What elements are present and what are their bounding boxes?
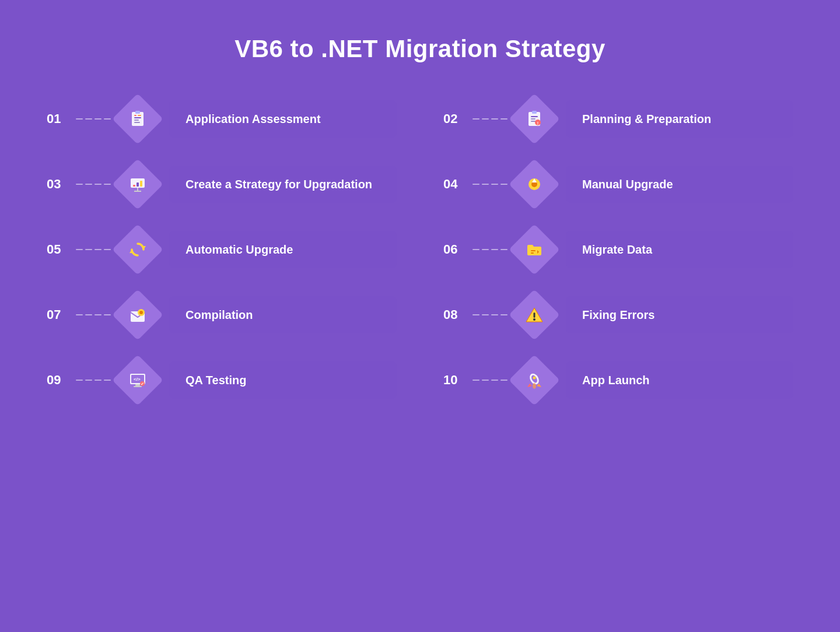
step-icon-diamond (513, 229, 555, 271)
step-label: Compilation (186, 307, 253, 322)
svg-marker-23 (141, 246, 146, 250)
svg-rect-3 (134, 120, 139, 121)
step-number: 02 (443, 111, 464, 127)
svg-rect-37 (135, 384, 140, 386)
step-number: 10 (443, 373, 464, 388)
step-icon-diamond: </> ✓ (117, 359, 159, 401)
svg-rect-4 (134, 122, 140, 123)
svg-rect-26 (531, 252, 534, 254)
svg-rect-15 (133, 185, 135, 187)
step-dashes (473, 314, 508, 315)
svg-point-43 (533, 377, 536, 380)
step-dashes (473, 184, 508, 185)
step-dashes (473, 380, 508, 381)
step-row-03: 03 Create a Strategy for Upgradation (47, 163, 397, 205)
step-dashes (76, 118, 111, 120)
step-label-box: App Launch (566, 361, 793, 399)
step-row-07: 07 Compilation (47, 294, 397, 336)
svg-marker-45 (537, 384, 541, 387)
step-number: 05 (47, 242, 68, 257)
step-label: QA Testing (186, 373, 246, 388)
step-label-box: Migrate Data (566, 231, 793, 268)
step-label-box: QA Testing (169, 361, 397, 399)
step-icon (516, 231, 552, 268)
step-dashes (76, 314, 111, 315)
step-row-10: 10 App Launch (443, 359, 793, 401)
page-title: VB6 to .NET Migration Strategy (235, 35, 606, 63)
svg-point-33 (533, 318, 536, 321)
step-icon (516, 362, 552, 398)
svg-rect-6 (138, 115, 141, 116)
step-label: Planning & Preparation (582, 111, 711, 127)
step-icon (120, 166, 156, 202)
svg-text:!: ! (537, 121, 538, 125)
svg-rect-10 (531, 118, 536, 120)
step-icon-diamond (513, 359, 555, 401)
svg-point-46 (533, 383, 536, 389)
step-label-box: Create a Strategy for Upgradation (169, 166, 397, 203)
step-icon-diamond (117, 163, 159, 205)
step-row-06: 06 Migrate Data (443, 229, 793, 271)
step-label-box: Application Assessment (169, 100, 397, 138)
step-icon-diamond (117, 229, 159, 271)
steps-grid: 01 Application Assessment 02 (47, 98, 793, 401)
svg-text:✓: ✓ (141, 382, 144, 386)
step-icon: ! (516, 101, 552, 137)
step-label: Automatic Upgrade (186, 242, 293, 257)
step-row-08: 08 Fixing Errors (443, 294, 793, 336)
step-icon-diamond (117, 98, 159, 140)
step-label: App Launch (582, 373, 650, 388)
step-row-05: 05 Automatic Upgrade (47, 229, 397, 271)
step-row-09: 09 </> ✓ QA Testing (47, 359, 397, 401)
step-label-box: Automatic Upgrade (169, 231, 397, 268)
step-icon-diamond (513, 294, 555, 336)
step-dashes (473, 118, 508, 120)
step-icon: </> ✓ (120, 362, 156, 398)
svg-point-30 (139, 311, 143, 314)
svg-rect-8 (532, 111, 537, 114)
step-dashes (76, 249, 111, 250)
svg-rect-17 (140, 181, 142, 187)
step-label: Application Assessment (186, 111, 321, 127)
step-icon (120, 297, 156, 333)
step-label: Migrate Data (582, 242, 652, 257)
svg-rect-38 (134, 386, 142, 387)
step-number: 06 (443, 242, 464, 257)
svg-rect-1 (135, 111, 140, 114)
step-icon-diamond (513, 163, 555, 205)
step-icon (120, 101, 156, 137)
step-dashes (76, 184, 111, 185)
svg-rect-9 (531, 116, 538, 117)
step-number: 07 (47, 307, 68, 322)
step-label-box: Compilation (169, 296, 397, 333)
step-number: 01 (47, 111, 68, 127)
svg-rect-16 (136, 182, 139, 187)
step-row-02: 02 ! Planning & Preparation (443, 98, 793, 140)
step-icon (516, 166, 552, 202)
step-number: 04 (443, 177, 464, 192)
svg-rect-0 (132, 112, 144, 126)
svg-rect-5 (134, 115, 136, 116)
svg-rect-25 (531, 250, 536, 251)
svg-rect-2 (134, 117, 141, 118)
step-number: 03 (47, 177, 68, 192)
svg-text:</>: </> (134, 377, 141, 382)
step-label-box: Manual Upgrade (566, 166, 793, 203)
step-label: Fixing Errors (582, 307, 654, 322)
step-label-box: Fixing Errors (566, 296, 793, 333)
step-dashes (473, 249, 508, 250)
svg-rect-32 (534, 313, 536, 318)
step-icon (120, 231, 156, 268)
step-number: 08 (443, 307, 464, 322)
svg-marker-44 (527, 384, 532, 387)
step-label: Manual Upgrade (582, 177, 673, 192)
step-icon-diamond: ! (513, 98, 555, 140)
step-label-box: Planning & Preparation (566, 100, 793, 138)
step-number: 09 (47, 373, 68, 388)
step-row-01: 01 Application Assessment (47, 98, 397, 140)
step-icon (516, 297, 552, 333)
svg-marker-24 (130, 250, 134, 253)
step-icon-diamond (117, 294, 159, 336)
step-dashes (76, 380, 111, 381)
step-label: Create a Strategy for Upgradation (186, 177, 372, 192)
